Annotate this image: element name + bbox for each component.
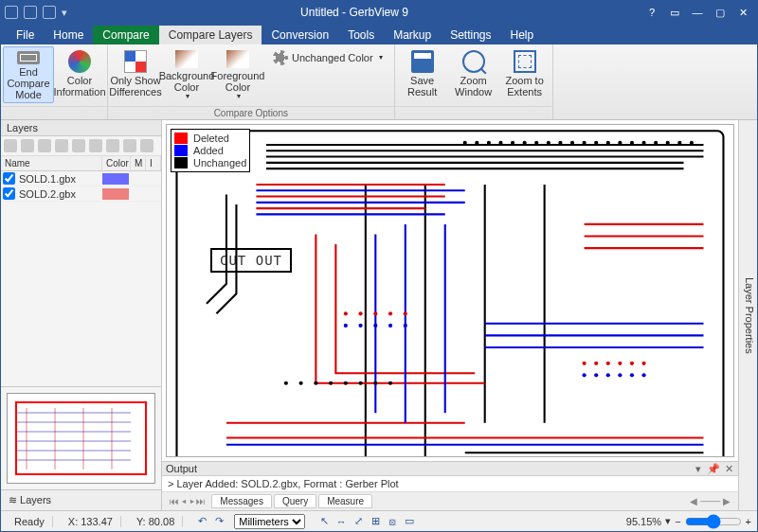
- tab-help[interactable]: Help: [501, 26, 544, 44]
- window-title: Untitled - GerbView 9: [67, 6, 641, 19]
- tab-compare-context[interactable]: Compare: [93, 26, 158, 44]
- tool-5[interactable]: ⦻: [385, 514, 400, 529]
- tab-file[interactable]: File: [7, 26, 44, 44]
- output-panel: Output ▾ 📌 ✕ > Layer Added: SOLD.2.gbx, …: [162, 461, 738, 510]
- fg-color-button[interactable]: Foreground Color: [212, 46, 263, 103]
- svg-point-36: [358, 381, 362, 385]
- group-compare-options: Compare Options: [108, 106, 394, 119]
- svg-point-49: [641, 362, 645, 365]
- qat-icon-3[interactable]: [43, 6, 56, 19]
- tab-settings[interactable]: Settings: [441, 26, 500, 44]
- help-button[interactable]: ?: [641, 3, 662, 22]
- svg-point-20: [570, 141, 574, 145]
- tab-tools[interactable]: Tools: [338, 26, 384, 44]
- lt-btn-6[interactable]: [89, 139, 102, 152]
- svg-point-19: [558, 141, 562, 145]
- zoom-out[interactable]: −: [675, 516, 680, 527]
- output-tab-query[interactable]: Query: [274, 494, 316, 508]
- compare-legend: Deleted Added Unchanged: [171, 129, 250, 172]
- minimize-button[interactable]: —: [687, 3, 708, 22]
- zoom-window-button[interactable]: Zoom Window: [448, 46, 499, 103]
- svg-point-42: [388, 311, 392, 315]
- navigator: [1, 386, 161, 489]
- svg-point-58: [618, 373, 622, 377]
- qat-icon-2[interactable]: [24, 6, 37, 19]
- svg-point-38: [388, 381, 392, 385]
- zoom-extents-button[interactable]: Zoom to Extents: [499, 46, 550, 103]
- canvas-viewport[interactable]: Deleted Added Unchanged CUT OUT: [166, 124, 734, 457]
- ribbon-tabstrip: File Home Compare Compare Layers Convers…: [1, 24, 757, 44]
- layer-visible-check[interactable]: [3, 172, 15, 185]
- layer-row[interactable]: SOLD.2.gbx: [1, 186, 161, 202]
- layer-row[interactable]: SOLD.1.gbx: [1, 171, 161, 186]
- only-diff-button[interactable]: Only Show Differences: [110, 46, 161, 103]
- end-compare-button[interactable]: End Compare Mode: [3, 46, 54, 103]
- layer-visible-check[interactable]: [3, 187, 15, 200]
- output-close[interactable]: ✕: [723, 463, 734, 474]
- qat-icon-1[interactable]: [5, 6, 18, 19]
- ribbon-toggle-button[interactable]: ▭: [664, 3, 685, 22]
- output-autohide[interactable]: 📌: [708, 463, 719, 474]
- output-scroll[interactable]: ◀ ─── ▶: [686, 496, 734, 506]
- save-result-button[interactable]: Save Result: [397, 46, 448, 103]
- zoom-value: 95.15%: [626, 516, 661, 527]
- lt-btn-8[interactable]: [123, 139, 136, 152]
- tool-undo[interactable]: ↶: [194, 514, 209, 529]
- tab-compare-layers[interactable]: Compare Layers: [159, 26, 262, 44]
- tool-4[interactable]: ⊞: [368, 514, 383, 529]
- svg-point-46: [606, 362, 610, 365]
- lt-btn-4[interactable]: [55, 139, 68, 152]
- svg-point-50: [344, 324, 348, 328]
- svg-point-55: [583, 373, 587, 377]
- output-tab-measure[interactable]: Measure: [318, 494, 372, 508]
- zoom-icon: [462, 50, 485, 73]
- zoom-down[interactable]: ▾: [665, 515, 671, 527]
- lt-btn-9[interactable]: [140, 139, 153, 152]
- unchanged-color-button[interactable]: Unchanged Color: [267, 48, 388, 67]
- output-tab-messages[interactable]: Messages: [211, 494, 272, 508]
- layer-color-swatch[interactable]: [102, 173, 129, 185]
- lt-btn-7[interactable]: [106, 139, 119, 152]
- layer-color-swatch[interactable]: [102, 188, 129, 200]
- status-bar: Ready X: 133.47 Y: 80.08 ↶ ↷ Millimeters…: [1, 510, 757, 531]
- svg-point-54: [404, 324, 407, 328]
- svg-point-30: [690, 141, 694, 145]
- lt-btn-3[interactable]: [38, 139, 51, 152]
- tab-home[interactable]: Home: [44, 26, 93, 44]
- svg-point-17: [534, 141, 538, 145]
- lt-btn-2[interactable]: [21, 139, 34, 152]
- svg-rect-10: [176, 131, 723, 457]
- zoom-slider[interactable]: [685, 514, 742, 529]
- tool-6[interactable]: ▭: [402, 514, 417, 529]
- navigator-view[interactable]: [7, 393, 155, 484]
- tool-redo[interactable]: ↷: [211, 514, 226, 529]
- output-pin[interactable]: ▾: [693, 463, 704, 474]
- tool-3[interactable]: ⤢: [351, 514, 366, 529]
- pcb-artwork: [167, 125, 733, 457]
- svg-point-22: [594, 141, 598, 145]
- output-prev[interactable]: ⏮ ◀ ▶ ⏭: [166, 496, 209, 506]
- layers-toolbar: [1, 136, 161, 156]
- tool-1[interactable]: ↖: [316, 514, 332, 529]
- lt-btn-1[interactable]: [4, 139, 17, 152]
- tab-conversion[interactable]: Conversion: [262, 26, 338, 44]
- svg-point-53: [388, 324, 392, 328]
- svg-point-47: [618, 362, 622, 365]
- zoom-in[interactable]: +: [746, 516, 751, 527]
- units-select[interactable]: Millimeters: [234, 514, 305, 529]
- lt-btn-5[interactable]: [72, 139, 85, 152]
- close-button[interactable]: ✕: [732, 3, 753, 22]
- layers-accordion[interactable]: ≋ Layers: [1, 489, 161, 510]
- svg-point-18: [547, 141, 550, 145]
- svg-point-32: [299, 381, 303, 385]
- svg-point-13: [487, 141, 491, 145]
- bg-color-button[interactable]: Background Color: [161, 46, 212, 103]
- color-info-button[interactable]: Color Information: [54, 46, 105, 103]
- layer-properties-tab[interactable]: Layer Properties: [738, 120, 757, 510]
- maximize-button[interactable]: ▢: [710, 3, 731, 22]
- svg-point-59: [630, 373, 634, 377]
- left-sidebar: Layers Name Color M I SOLD.1.gbx: [1, 120, 162, 510]
- tool-2[interactable]: ↔: [334, 514, 349, 529]
- svg-point-15: [511, 141, 514, 145]
- tab-markup[interactable]: Markup: [384, 26, 441, 44]
